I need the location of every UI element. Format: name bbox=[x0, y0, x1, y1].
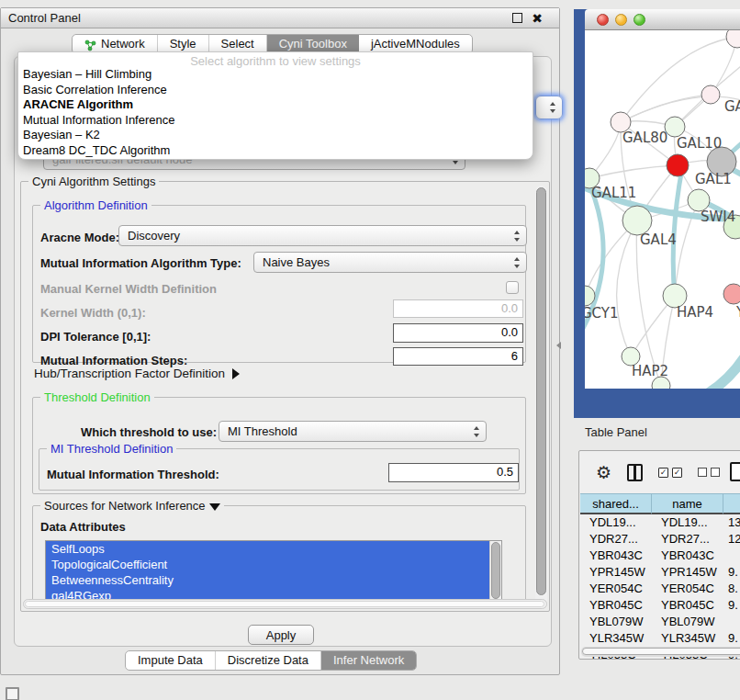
node-table[interactable]: shared...nameAYDL19...YDL19...13YDR27...… bbox=[580, 493, 740, 660]
checked-boxes-icon[interactable]: ✓✓ bbox=[658, 468, 682, 478]
table-cell: 12 bbox=[723, 531, 740, 548]
float-window-icon[interactable] bbox=[512, 13, 522, 23]
dpi-tolerance-label: DPI Tolerance [0,1]: bbox=[40, 330, 151, 344]
close-icon[interactable]: ✖ bbox=[532, 9, 543, 28]
tab-label: Cyni Toolbox bbox=[279, 35, 347, 53]
scrollbar-thumb[interactable] bbox=[491, 542, 500, 599]
mi-type-value: Naive Bayes bbox=[263, 255, 330, 269]
table-row[interactable]: YPR145WYPR145W9. bbox=[580, 564, 740, 581]
network-edge[interactable] bbox=[617, 220, 637, 356]
minimize-traffic-light-icon[interactable] bbox=[615, 14, 627, 26]
aracne-mode-value: Discovery bbox=[128, 229, 180, 243]
data-attributes-list[interactable]: SelfLoopsTopologicalCoefficientBetweenne… bbox=[45, 540, 502, 604]
hub-definition-label: Hub/Transcription Factor Definition bbox=[34, 367, 225, 380]
zoom-traffic-light-icon[interactable] bbox=[633, 14, 645, 26]
table-toolbar: ⚙ ✓✓ bbox=[579, 451, 740, 493]
scrollbar-thumb[interactable] bbox=[582, 648, 740, 655]
scrollbar-thumb[interactable] bbox=[25, 601, 544, 607]
network-edge[interactable] bbox=[621, 37, 737, 122]
table-header-row: shared...nameA bbox=[580, 493, 740, 514]
attribute-item-betweennesscentrality[interactable]: BetweennessCentrality bbox=[46, 572, 501, 588]
table-row[interactable]: YBR043CYBR043C bbox=[580, 548, 740, 564]
tab-infer-network[interactable]: Infer Network bbox=[321, 651, 416, 670]
hub-definition-toggle[interactable]: Hub/Transcription Factor Definition bbox=[34, 367, 240, 380]
column-header-a[interactable]: A bbox=[723, 493, 740, 514]
dropdown-item-aracne-algorithm[interactable]: ARACNE Algorithm bbox=[18, 97, 533, 113]
control-panel-title: Control Panel bbox=[8, 8, 81, 28]
mi-steps-label: Mutual Information Steps: bbox=[40, 354, 187, 367]
dropdown-item-dream8-dc-tdc-algorithm[interactable]: Dream8 DC_TDC Algorithm bbox=[18, 143, 533, 159]
tab-discretize-data[interactable]: Discretize Data bbox=[216, 651, 321, 670]
table-cell bbox=[723, 614, 740, 630]
cyni-algorithm-settings-group: Cyni Algorithm Settings Algorithm Defini… bbox=[20, 181, 550, 612]
document-icon[interactable] bbox=[730, 462, 740, 481]
table-horizontal-scrollbar[interactable] bbox=[581, 647, 740, 657]
network-icon bbox=[84, 39, 96, 51]
column-header-shared-[interactable]: shared... bbox=[580, 493, 652, 514]
table-row[interactable]: YLR345WYLR345W9. bbox=[580, 630, 740, 647]
node-label-gal4: GAL4 bbox=[640, 231, 677, 248]
node-label-gal11: GAL11 bbox=[591, 185, 636, 201]
inference-algorithm-combobox[interactable] bbox=[535, 96, 563, 119]
node-label-gcy1: GCY1 bbox=[585, 305, 619, 322]
panel-collapse-arrow[interactable] bbox=[556, 342, 561, 349]
network-node[interactable] bbox=[723, 284, 740, 304]
split-columns-icon[interactable] bbox=[627, 464, 643, 481]
table-cell: YDL19... bbox=[580, 514, 652, 531]
tab-network[interactable]: Network bbox=[73, 35, 158, 53]
close-traffic-light-icon[interactable] bbox=[597, 14, 609, 26]
network-node[interactable] bbox=[726, 30, 740, 48]
settings-vertical-scrollbar[interactable] bbox=[535, 186, 547, 604]
table-row[interactable]: YER054CYER054C8. bbox=[580, 581, 740, 597]
table-row[interactable]: YBR045CYBR045C9. bbox=[580, 597, 740, 614]
scrollbar-thumb[interactable] bbox=[536, 187, 546, 595]
settings-horizontal-scrollbar[interactable] bbox=[23, 599, 547, 609]
mi-steps-field[interactable]: 6 bbox=[393, 347, 523, 366]
table-cell bbox=[723, 548, 740, 564]
unchecked-boxes-icon[interactable] bbox=[698, 468, 720, 477]
dpi-tolerance-field[interactable]: 0.0 bbox=[393, 323, 523, 343]
gear-icon[interactable]: ⚙ bbox=[596, 464, 611, 481]
tab-impute-data[interactable]: Impute Data bbox=[126, 651, 216, 670]
dropdown-item-basic-correlation-inference[interactable]: Basic Correlation Inference bbox=[18, 83, 533, 98]
table-cell: YDR27... bbox=[652, 531, 723, 548]
manual-kernel-checkbox[interactable] bbox=[506, 281, 519, 294]
tab-label: Infer Network bbox=[333, 651, 404, 670]
network-window-titlebar[interactable] bbox=[585, 9, 740, 30]
list-vertical-scrollbar[interactable] bbox=[489, 541, 501, 604]
table-row[interactable]: YDL19...YDL19...13 bbox=[580, 514, 740, 531]
tab-style[interactable]: Style bbox=[158, 35, 209, 53]
dropdown-item-bayesian-hill-climbing[interactable]: Bayesian – Hill Climbing bbox=[18, 67, 533, 83]
tab-label: Impute Data bbox=[138, 651, 203, 670]
algorithm-dropdown: Select algorithm to view settings Bayesi… bbox=[17, 51, 533, 160]
apply-button[interactable]: Apply bbox=[248, 625, 314, 645]
threshold-definition-title: Threshold Definition bbox=[40, 390, 154, 404]
mi-type-combobox[interactable]: Naive Bayes bbox=[253, 252, 527, 273]
which-threshold-combobox[interactable]: MI Threshold bbox=[219, 421, 487, 442]
dropdown-item-mutual-information-inference[interactable]: Mutual Information Inference bbox=[18, 113, 533, 129]
table-row[interactable]: YDR27...YDR27...12 bbox=[580, 531, 740, 548]
column-header-name[interactable]: name bbox=[652, 493, 723, 514]
aracne-mode-combobox[interactable]: Discovery bbox=[118, 225, 527, 246]
table-row[interactable]: YBL079WYBL079W bbox=[580, 614, 740, 630]
network-edge[interactable] bbox=[690, 320, 740, 389]
which-threshold-value: MI Threshold bbox=[228, 424, 297, 438]
tab-jactivemnodules[interactable]: jActiveMNodules bbox=[359, 35, 472, 53]
tab-cyni-toolbox[interactable]: Cyni Toolbox bbox=[267, 35, 359, 53]
tab-select[interactable]: Select bbox=[209, 35, 267, 53]
dropdown-item-bayesian-k2[interactable]: Bayesian – K2 bbox=[18, 128, 533, 143]
network-node[interactable] bbox=[667, 154, 689, 176]
network-edge[interactable] bbox=[621, 95, 711, 122]
network-node[interactable] bbox=[701, 85, 720, 104]
sources-group-title[interactable]: Sources for Network Inference bbox=[40, 499, 224, 513]
network-canvas[interactable]: GALGAL80GAL10GAL1GAL11SWI4GAL4GCY1HAP4YH… bbox=[585, 30, 740, 389]
dropdown-items: Bayesian – Hill ClimbingBasic Correlatio… bbox=[18, 67, 533, 159]
minimized-panel-icon[interactable] bbox=[6, 687, 19, 700]
node-label-gal10: GAL10 bbox=[677, 135, 722, 152]
network-edge[interactable] bbox=[589, 165, 678, 178]
attribute-item-selfloops[interactable]: SelfLoops bbox=[46, 541, 501, 557]
mi-threshold-field[interactable]: 0.5 bbox=[388, 463, 519, 482]
attribute-item-topologicalcoefficient[interactable]: TopologicalCoefficient bbox=[46, 557, 501, 572]
mi-threshold-group: MI Threshold Definition Mutual Informati… bbox=[39, 448, 520, 491]
kernel-width-field[interactable]: 0.0 bbox=[393, 299, 523, 318]
